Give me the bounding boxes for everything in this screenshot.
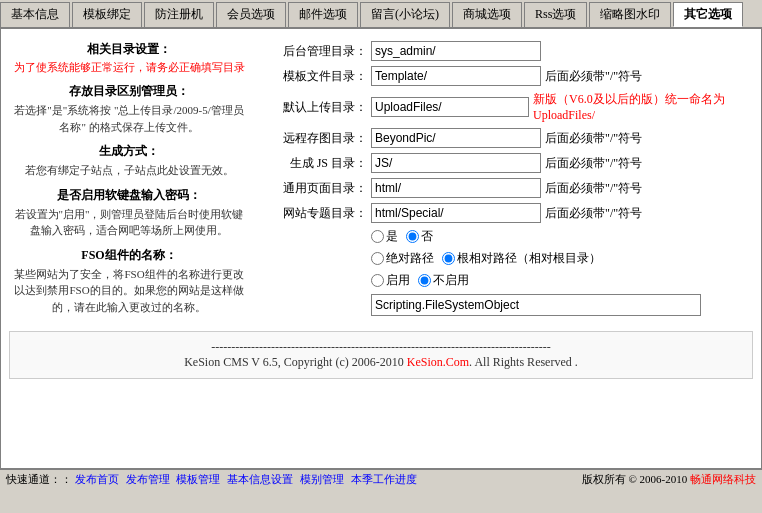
- quick-link-publish[interactable]: 发布管理: [126, 473, 170, 485]
- tab-tab-basic[interactable]: 基本信息: [0, 2, 70, 27]
- tab-tab-thumb[interactable]: 缩略图水印: [589, 2, 671, 27]
- tab-tab-member[interactable]: 会员选项: [216, 2, 286, 27]
- form-hint-5: 后面必须带"/"符号: [545, 180, 642, 197]
- footer-separator: ----------------------------------------…: [211, 340, 551, 354]
- keyboard-radio-row: 启用 不启用: [261, 272, 749, 289]
- tabs-bar: 基本信息模板绑定防注册机会员选项邮件选项留言(小论坛)商城选项Rss选项缩略图水…: [0, 0, 762, 29]
- dir-radio-row: 是 否: [261, 228, 749, 245]
- form-input-6[interactable]: [371, 203, 541, 223]
- tab-tab-template[interactable]: 模板绑定: [72, 2, 142, 27]
- section1-warning: 为了使系统能够正常运行，请务必正确填写目录: [13, 60, 245, 75]
- form-input-3[interactable]: [371, 128, 541, 148]
- keyboard-radio-group: 启用 不启用: [371, 272, 469, 289]
- form-input-5[interactable]: [371, 178, 541, 198]
- keyboard-radio-no-input[interactable]: [418, 274, 431, 287]
- form-label-2: 默认上传目录：: [261, 99, 371, 116]
- bottom-links: 快速通道：： 发布首页 发布管理 模板管理 基本信息设置 模别管理 本季工作进度: [6, 472, 421, 487]
- gen-radio-abs-input[interactable]: [371, 252, 384, 265]
- form-input-0[interactable]: [371, 41, 541, 61]
- form-label-5: 通用页面目录：: [261, 180, 371, 197]
- right-panel: 后台管理目录：模板文件目录：后面必须带"/"符号默认上传目录：新版（V6.0及以…: [253, 37, 757, 325]
- form-row-0: 后台管理目录：: [261, 41, 749, 61]
- section5-title: FSO组件的名称：: [13, 247, 245, 264]
- quick-nav-label: 快速通道：：: [6, 473, 72, 485]
- keyboard-radio-yes[interactable]: 启用: [371, 272, 410, 289]
- form-label-1: 模板文件目录：: [261, 68, 371, 85]
- quick-link-progress[interactable]: 本季工作进度: [351, 473, 417, 485]
- form-row-6: 网站专题目录：后面必须带"/"符号: [261, 203, 749, 223]
- form-hint-4: 后面必须带"/"符号: [545, 155, 642, 172]
- form-label-0: 后台管理目录：: [261, 43, 371, 60]
- footer-text2: . All Rights Reserved .: [469, 355, 578, 369]
- form-label-3: 远程存图目录：: [261, 130, 371, 147]
- quick-link-category[interactable]: 模别管理: [300, 473, 344, 485]
- bottom-bar: 快速通道：： 发布首页 发布管理 模板管理 基本信息设置 模别管理 本季工作进度…: [0, 469, 762, 489]
- form-label-4: 生成 JS 目录：: [261, 155, 371, 172]
- footer-link[interactable]: KeSion.Com: [407, 355, 469, 369]
- company-link[interactable]: 畅通网络科技: [690, 473, 756, 485]
- form-hint-2: 新版（V6.0及以后的版）统一命名为UploadFiles/: [533, 91, 749, 123]
- fso-input[interactable]: [371, 294, 701, 316]
- form-row-4: 生成 JS 目录：后面必须带"/"符号: [261, 153, 749, 173]
- tab-tab-rss[interactable]: Rss选项: [524, 2, 587, 27]
- fso-row: [261, 294, 749, 316]
- tab-tab-antireg[interactable]: 防注册机: [144, 2, 214, 27]
- dir-radio-group: 是 否: [371, 228, 433, 245]
- left-panel: 相关目录设置： 为了使系统能够正常运行，请务必正确填写目录 存放目录区别管理员：…: [5, 37, 253, 325]
- bottom-copyright: 版权所有 © 2006-2010 畅通网络科技: [582, 472, 756, 487]
- form-input-1[interactable]: [371, 66, 541, 86]
- keyboard-radio-no[interactable]: 不启用: [418, 272, 469, 289]
- form-input-4[interactable]: [371, 153, 541, 173]
- dir-radio-yes-input[interactable]: [371, 230, 384, 243]
- dir-radio-no-input[interactable]: [406, 230, 419, 243]
- gen-radio-group: 绝对路径 根相对路径（相对根目录）: [371, 250, 601, 267]
- quick-link-home[interactable]: 发布首页: [75, 473, 119, 485]
- section3-desc: 若您有绑定子站点，子站点此处设置无效。: [13, 162, 245, 179]
- form-input-2[interactable]: [371, 97, 529, 117]
- section4-desc: 若设置为"启用"，则管理员登陆后台时使用软键盘输入密码，适合网吧等场所上网使用。: [13, 206, 245, 239]
- form-label-6: 网站专题目录：: [261, 205, 371, 222]
- keyboard-radio-yes-input[interactable]: [371, 274, 384, 287]
- footer-box: ----------------------------------------…: [9, 331, 753, 379]
- form-row-3: 远程存图目录：后面必须带"/"符号: [261, 128, 749, 148]
- gen-radio-rel[interactable]: 根相对路径（相对根目录）: [442, 250, 601, 267]
- section2-desc: 若选择"是"系统将按 "总上传目录/2009-5/管理员名称" 的格式保存上传文…: [13, 102, 245, 135]
- form-hint-6: 后面必须带"/"符号: [545, 205, 642, 222]
- copyright-text: 版权所有 © 2006-2010: [582, 473, 690, 485]
- gen-radio-abs[interactable]: 绝对路径: [371, 250, 434, 267]
- quick-link-template[interactable]: 模板管理: [176, 473, 220, 485]
- footer-text: KeSion CMS V 6.5, Copyright (c) 2006-201…: [184, 355, 407, 369]
- dir-radio-yes[interactable]: 是: [371, 228, 398, 245]
- form-row-1: 模板文件目录：后面必须带"/"符号: [261, 66, 749, 86]
- form-row-2: 默认上传目录：新版（V6.0及以后的版）统一命名为UploadFiles/: [261, 91, 749, 123]
- gen-radio-rel-input[interactable]: [442, 252, 455, 265]
- form-hint-1: 后面必须带"/"符号: [545, 68, 642, 85]
- section5-desc: 某些网站为了安全，将FSO组件的名称进行更改以达到禁用FSO的目的。如果您的网站…: [13, 266, 245, 316]
- main-content: 相关目录设置： 为了使系统能够正常运行，请务必正确填写目录 存放目录区别管理员：…: [0, 29, 762, 469]
- section4-title: 是否启用软键盘输入密码：: [13, 187, 245, 204]
- tab-tab-other[interactable]: 其它选项: [673, 2, 743, 27]
- quick-link-basic[interactable]: 基本信息设置: [227, 473, 293, 485]
- tab-tab-shop[interactable]: 商城选项: [452, 2, 522, 27]
- section2-title: 存放目录区别管理员：: [13, 83, 245, 100]
- tab-tab-message[interactable]: 留言(小论坛): [360, 2, 450, 27]
- form-row-5: 通用页面目录：后面必须带"/"符号: [261, 178, 749, 198]
- tab-tab-mail[interactable]: 邮件选项: [288, 2, 358, 27]
- dir-radio-no[interactable]: 否: [406, 228, 433, 245]
- section3-title: 生成方式：: [13, 143, 245, 160]
- section1-title: 相关目录设置：: [13, 41, 245, 58]
- gen-radio-row: 绝对路径 根相对路径（相对根目录）: [261, 250, 749, 267]
- form-hint-3: 后面必须带"/"符号: [545, 130, 642, 147]
